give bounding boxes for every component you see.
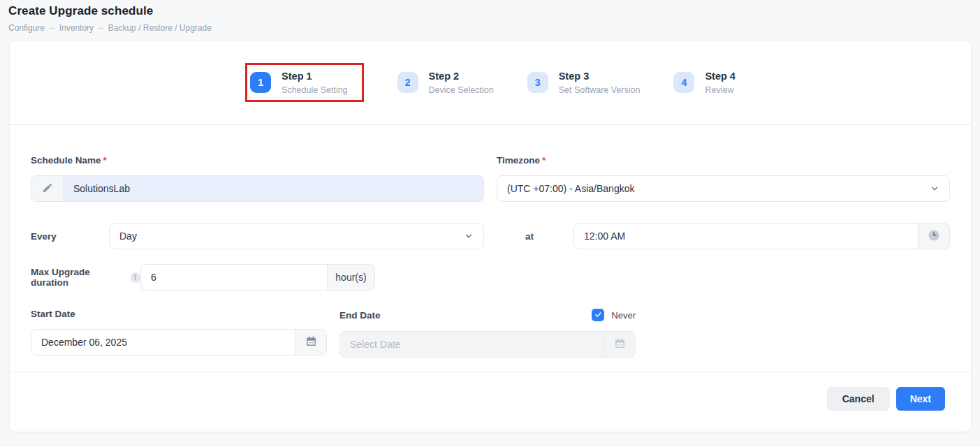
schedule-name-field — [31, 175, 484, 202]
chevron-down-icon — [930, 184, 939, 193]
step-3-badge: 3 — [527, 72, 548, 93]
calendar-icon — [614, 337, 626, 351]
wizard-stepper: 1 Step 1 Schedule Setting 2 Step 2 Devic… — [10, 41, 971, 125]
every-selected-value: Day — [119, 230, 458, 242]
step-4-subtitle: Review — [705, 85, 736, 95]
step-3-subtitle: Set Software Version — [559, 85, 641, 95]
never-checkbox-group[interactable]: Never — [592, 309, 636, 321]
breadcrumb-item-backup-restore-upgrade[interactable]: Backup / Restore / Upgrade — [108, 23, 212, 33]
end-date-field — [339, 331, 636, 358]
breadcrumb: Configure – Inventory – Backup / Restore… — [8, 23, 980, 33]
cancel-button[interactable]: Cancel — [827, 387, 890, 411]
step-1-title: Step 1 — [281, 70, 348, 82]
page-title: Create Upgrade schedule — [8, 4, 980, 18]
never-checkbox[interactable] — [592, 309, 604, 321]
every-select[interactable]: Day — [109, 223, 484, 249]
schedule-name-label: Schedule Name* — [31, 155, 484, 166]
check-icon — [594, 309, 602, 321]
time-picker-field — [573, 223, 950, 249]
at-label: at — [497, 231, 573, 242]
hours-unit-suffix: hour(s) — [327, 265, 374, 290]
calendar-icon — [305, 335, 317, 349]
breadcrumb-item-inventory[interactable]: Inventory — [59, 23, 94, 33]
chevron-down-icon — [464, 231, 474, 241]
end-date-label: End Date — [339, 310, 381, 321]
time-picker-button[interactable] — [918, 224, 949, 249]
required-asterisk: * — [103, 155, 107, 166]
page-header: Create Upgrade schedule Configure – Inve… — [0, 0, 980, 33]
timezone-label: Timezone* — [497, 155, 950, 166]
stepper-step-2[interactable]: 2 Step 2 Device Selection — [397, 70, 494, 94]
schedule-setting-form: Schedule Name* Timezone* — [10, 125, 971, 358]
start-date-calendar-button[interactable] — [295, 330, 326, 355]
clock-icon — [927, 228, 941, 244]
timezone-select[interactable]: (UTC +07:00) - Asia/Bangkok — [497, 175, 950, 202]
step-1-subtitle: Schedule Setting — [281, 85, 348, 95]
breadcrumb-separator: – — [50, 23, 54, 33]
start-date-field — [31, 329, 327, 356]
create-upgrade-schedule-card: 1 Step 1 Schedule Setting 2 Step 2 Devic… — [9, 40, 972, 432]
step-4-title: Step 4 — [705, 70, 736, 82]
start-date-label: Start Date — [31, 309, 327, 319]
breadcrumb-item-configure[interactable]: Configure — [8, 23, 45, 33]
next-button[interactable]: Next — [896, 387, 945, 411]
step-4-badge: 4 — [673, 72, 694, 93]
breadcrumb-separator: – — [98, 23, 103, 33]
stepper-step-3[interactable]: 3 Step 3 Set Software Version — [527, 70, 641, 94]
end-date-input[interactable] — [340, 332, 604, 357]
step-1-badge: 1 — [250, 72, 271, 93]
step-2-badge: 2 — [397, 72, 418, 93]
pencil-icon — [42, 182, 53, 196]
info-icon[interactable]: ! — [131, 272, 140, 283]
stepper-step-1[interactable]: 1 Step 1 Schedule Setting — [250, 70, 348, 94]
max-upgrade-duration-label: Max Upgrade duration — [31, 267, 126, 288]
start-date-input[interactable] — [31, 330, 295, 355]
end-date-calendar-button[interactable] — [604, 332, 635, 357]
step-2-title: Step 2 — [429, 70, 494, 82]
never-label: Never — [611, 310, 636, 321]
edit-prefix-box — [31, 176, 64, 201]
max-duration-field: hour(s) — [140, 264, 375, 291]
timezone-selected-value: (UTC +07:00) - Asia/Bangkok — [507, 183, 924, 194]
stepper-step-4[interactable]: 4 Step 4 Review — [673, 70, 736, 94]
required-asterisk: * — [542, 155, 546, 166]
schedule-name-input[interactable] — [64, 176, 483, 201]
step-1-highlight-annotation: 1 Step 1 Schedule Setting — [245, 63, 364, 101]
step-2-subtitle: Device Selection — [429, 85, 494, 95]
every-label: Every — [31, 231, 109, 242]
max-duration-input[interactable] — [141, 265, 327, 290]
wizard-footer: Cancel Next — [10, 372, 971, 432]
step-3-title: Step 3 — [559, 70, 641, 82]
time-input[interactable] — [574, 224, 918, 249]
